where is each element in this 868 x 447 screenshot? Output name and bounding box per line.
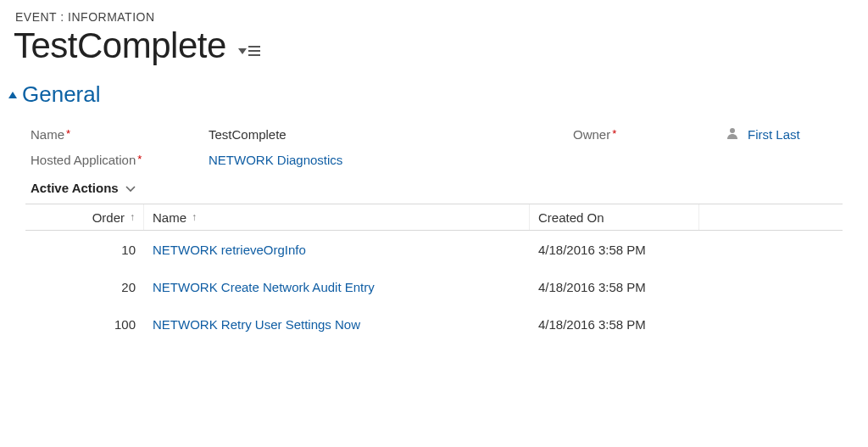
cell-created-on: 4/18/2016 3:58 PM bbox=[530, 243, 699, 257]
owner-link[interactable]: First Last bbox=[748, 127, 800, 142]
svg-rect-2 bbox=[248, 50, 260, 52]
sort-asc-icon: ↑ bbox=[192, 211, 197, 223]
column-name[interactable]: Name ↑ bbox=[144, 204, 530, 230]
table-row[interactable]: 10 NETWORK retrieveOrgInfo 4/18/2016 3:5… bbox=[25, 231, 843, 268]
cell-name-link[interactable]: NETWORK Create Network Audit Entry bbox=[144, 280, 530, 294]
svg-marker-0 bbox=[238, 48, 247, 54]
cell-name-link[interactable]: NETWORK retrieveOrgInfo bbox=[144, 243, 530, 257]
owner-label: Owner* bbox=[573, 127, 726, 142]
fields-area: Name* TestComplete Owner* First Last Hos… bbox=[14, 126, 854, 167]
section-toggle-general[interactable]: General bbox=[8, 81, 854, 108]
cell-order: 10 bbox=[25, 243, 144, 257]
cell-order: 100 bbox=[25, 317, 144, 332]
owner-value[interactable]: First Last bbox=[726, 126, 868, 142]
person-icon bbox=[726, 126, 739, 142]
column-order[interactable]: Order ↑ bbox=[25, 204, 144, 230]
cell-created-on: 4/18/2016 3:58 PM bbox=[530, 317, 699, 332]
page-title: TestComplete bbox=[14, 25, 226, 66]
required-icon: * bbox=[66, 127, 70, 140]
cell-name-link[interactable]: NETWORK Retry User Settings Now bbox=[144, 317, 530, 332]
dropdown-caret-icon bbox=[238, 47, 247, 55]
cell-order: 20 bbox=[25, 280, 144, 294]
hosted-app-value[interactable]: NETWORK Diagnostics bbox=[209, 153, 573, 167]
menu-lines-icon bbox=[248, 46, 260, 56]
section-title: General bbox=[22, 81, 101, 108]
table-row[interactable]: 20 NETWORK Create Network Audit Entry 4/… bbox=[25, 268, 843, 305]
collapse-icon bbox=[8, 89, 17, 101]
svg-rect-3 bbox=[248, 54, 260, 56]
table-row[interactable]: 100 NETWORK Retry User Settings Now 4/18… bbox=[25, 305, 843, 343]
column-spacer bbox=[699, 204, 843, 230]
svg-rect-1 bbox=[248, 46, 260, 47]
hosted-app-label: Hosted Application* bbox=[31, 153, 209, 167]
name-label: Name* bbox=[31, 127, 209, 142]
sort-asc-icon: ↑ bbox=[130, 211, 135, 223]
subgrid-active-actions-header[interactable]: Active Actions bbox=[14, 181, 854, 195]
record-menu-button[interactable] bbox=[238, 36, 260, 56]
grid-header-row: Order ↑ Name ↑ Created On bbox=[25, 204, 843, 231]
svg-point-5 bbox=[730, 128, 735, 133]
cell-created-on: 4/18/2016 3:58 PM bbox=[530, 280, 699, 294]
column-created-on[interactable]: Created On bbox=[530, 204, 699, 230]
title-row: TestComplete bbox=[14, 25, 854, 66]
required-icon: * bbox=[612, 127, 616, 140]
name-value[interactable]: TestComplete bbox=[209, 127, 573, 142]
required-icon: * bbox=[137, 153, 142, 165]
breadcrumb: EVENT : INFORMATION bbox=[15, 10, 854, 24]
svg-marker-4 bbox=[8, 92, 17, 98]
actions-grid: Order ↑ Name ↑ Created On 10 NETWORK ret… bbox=[25, 204, 843, 343]
chevron-down-icon bbox=[125, 181, 136, 195]
